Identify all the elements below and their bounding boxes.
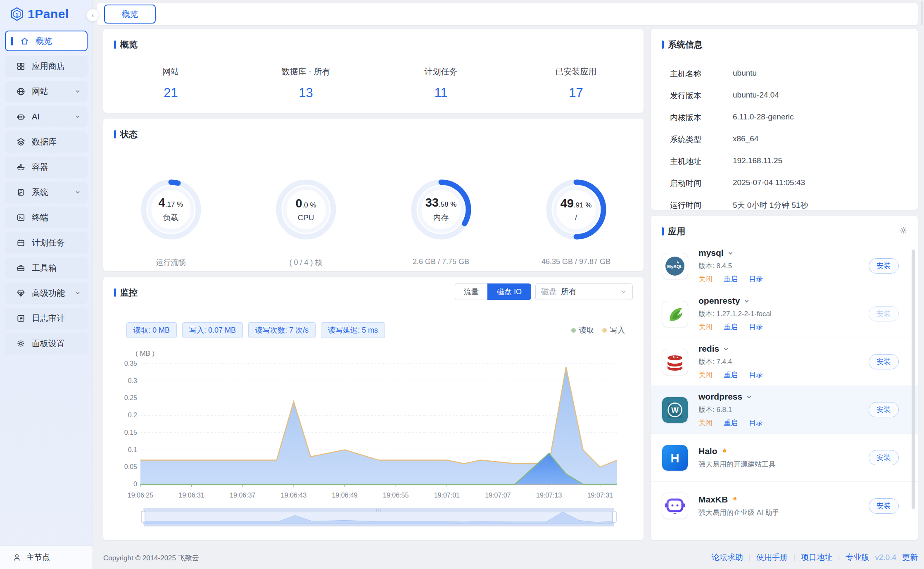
sidebar-item-logs[interactable]: 日志审计	[5, 308, 88, 329]
title-accent-bar	[662, 40, 664, 49]
install-button[interactable]: 安装	[869, 498, 899, 514]
copyright-text: Copyright © 2014-2025 飞致云	[103, 553, 199, 563]
apps-settings-gear-icon[interactable]	[899, 226, 908, 236]
page-scrollbar[interactable]	[921, 1, 923, 25]
disk-io-tab-button[interactable]: 磁盘 IO	[487, 283, 531, 300]
chevron-down-icon	[746, 393, 753, 400]
sidebar-item-label: 计划任务	[32, 237, 65, 248]
app-dir-link[interactable]: 目录	[749, 370, 763, 380]
tab-bar: 概览	[97, 3, 918, 25]
chevron-down-icon	[743, 298, 750, 305]
y-axis-unit: ( MB )	[135, 350, 154, 358]
sidebar-item-settings[interactable]: 面板设置	[5, 333, 88, 354]
status-gauges: 4.17 %负载 运行流畅 0.0 %CPU ( 0 / 4 ) 核 33.58…	[103, 176, 644, 267]
app-close-link[interactable]: 关闭	[698, 274, 713, 284]
mysql-icon: MySQL	[662, 253, 688, 279]
chart-legend: 读取 写入	[571, 325, 625, 335]
sidebar-item-system[interactable]: 系统	[5, 182, 88, 202]
app-dir-link[interactable]: 目录	[749, 322, 763, 332]
traffic-tab-button[interactable]: 流量	[455, 283, 487, 300]
sidebar-item-overview[interactable]: 概览	[5, 31, 88, 51]
apps-title: 应用	[668, 226, 685, 237]
chevron-down-icon	[722, 345, 729, 352]
sidebar-item-label: 工具箱	[32, 262, 57, 274]
user-manual-link[interactable]: 使用手册	[756, 552, 788, 563]
iops-tag: 读写次数: 7 次/s	[248, 322, 316, 338]
install-button[interactable]: 安装	[869, 306, 899, 321]
app-close-link[interactable]: 关闭	[698, 370, 713, 380]
logo: 1 1Panel	[0, 0, 93, 28]
install-button[interactable]: 安装	[869, 402, 899, 417]
app-restart-link[interactable]: 重启	[724, 370, 738, 380]
sidebar-item-terminal[interactable]: 终端	[5, 207, 88, 228]
sidebar-collapse-button[interactable]: ‹	[86, 9, 99, 21]
sidebar-item-website[interactable]: 网站	[5, 81, 88, 102]
info-row-uptime: 运行时间5天 0小时 1分钟 51秒	[670, 200, 918, 211]
sidebar-item-ai[interactable]: AI	[5, 106, 88, 127]
svg-text:0.1: 0.1	[128, 446, 137, 453]
latency-tag: 读写延迟: 5 ms	[321, 322, 385, 338]
tab-overview[interactable]: 概览	[104, 5, 156, 24]
install-button[interactable]: 安装	[869, 354, 899, 369]
legend-read[interactable]: 读取	[571, 325, 594, 335]
app-restart-link[interactable]: 重启	[724, 418, 738, 428]
sidebar-item-toolbox[interactable]: 工具箱	[5, 257, 88, 278]
svg-text:0: 0	[133, 481, 137, 488]
sidebar-item-container[interactable]: 容器	[5, 157, 88, 177]
app-row-redis: redis 版本: 7.4.4 关闭重启目录 安装	[651, 338, 918, 386]
sidebar-item-database[interactable]: 数据库	[5, 131, 88, 152]
user-icon	[12, 553, 21, 562]
forum-help-link[interactable]: 论坛求助	[712, 552, 743, 563]
svg-text:1: 1	[15, 12, 18, 18]
sidebar-item-advanced[interactable]: 高级功能	[5, 283, 88, 303]
sidebar-item-label: 容器	[32, 162, 48, 173]
app-close-link[interactable]: 关闭	[698, 322, 713, 332]
svg-text:19:06:25: 19:06:25	[128, 492, 153, 499]
terminal-icon	[16, 212, 26, 222]
app-restart-link[interactable]: 重启	[724, 274, 738, 284]
robot-icon	[16, 112, 26, 121]
sidebar-item-cron[interactable]: 计划任务	[5, 232, 88, 253]
app-row-halo: H Halo 强大易用的开源建站工具 安装	[651, 434, 918, 482]
gauge-load: 4.17 %负载 运行流畅	[103, 176, 238, 267]
monitor-controls: 流量 磁盘 IO 磁盘 所有	[455, 283, 633, 300]
app-close-link[interactable]: 关闭	[698, 418, 713, 428]
app-root: 1 1Panel ‹ 概览 应用商店 网站 AI	[0, 0, 924, 569]
docker-whale-icon	[16, 162, 26, 172]
chevron-down-icon	[727, 250, 734, 257]
chart-datazoom-slider[interactable]	[140, 506, 618, 527]
overview-stats: 网站21 数据库 - 所有13 计划任务11 已安装应用17	[103, 66, 644, 100]
app-title: 1Panel	[28, 7, 69, 21]
server-icon	[16, 187, 26, 197]
legend-write[interactable]: 写入	[602, 325, 625, 335]
apps-list: MySQL mysql 版本: 8.4.5 关闭重启目录 安装 open	[651, 242, 918, 530]
app-restart-link[interactable]: 重启	[724, 322, 738, 332]
gauge-memory: 33.58 %内存 2.6 GB / 7.75 GB	[373, 176, 508, 267]
svg-text:0.05: 0.05	[124, 463, 137, 470]
log-list-icon	[16, 313, 26, 323]
install-button[interactable]: 安装	[869, 450, 899, 465]
disk-select[interactable]: 磁盘 所有	[535, 283, 633, 300]
version-text: v2.0.4	[875, 553, 896, 562]
app-dir-link[interactable]: 目录	[749, 274, 763, 284]
install-button[interactable]: 安装	[869, 258, 899, 274]
info-row-boot-time: 启动时间2025-07-04 11:05:43	[670, 178, 918, 189]
halo-icon: H	[662, 445, 688, 471]
app-dir-link[interactable]: 目录	[749, 418, 763, 428]
scrollbar-thumb[interactable]	[912, 250, 915, 509]
update-link[interactable]: 更新	[902, 552, 918, 563]
gauge-disk-root: 49.91 %/ 46.35 GB / 97.87 GB	[508, 176, 644, 267]
io-stats-tags: 读取: 0 MB 写入: 0.07 MB 读写次数: 7 次/s 读写延迟: 5…	[126, 322, 625, 338]
overview-title: 概览	[120, 39, 138, 50]
home-icon	[19, 36, 29, 46]
status-card: 状态 4.17 %负载 运行流畅 0.0 %CPU ( 0 / 4 ) 核	[103, 119, 644, 271]
apps-scrollbar[interactable]	[912, 250, 915, 532]
pro-edition-link[interactable]: 专业版	[846, 552, 869, 563]
svg-text:19:07:01: 19:07:01	[434, 492, 460, 499]
chevron-down-icon	[74, 189, 81, 195]
master-node-switcher[interactable]: 主节点	[0, 545, 93, 569]
title-accent-bar	[114, 288, 116, 297]
sidebar-item-app-store[interactable]: 应用商店	[5, 56, 88, 76]
project-address-link[interactable]: 项目地址	[801, 552, 832, 563]
stat-installed-apps: 已安装应用17	[508, 66, 644, 100]
